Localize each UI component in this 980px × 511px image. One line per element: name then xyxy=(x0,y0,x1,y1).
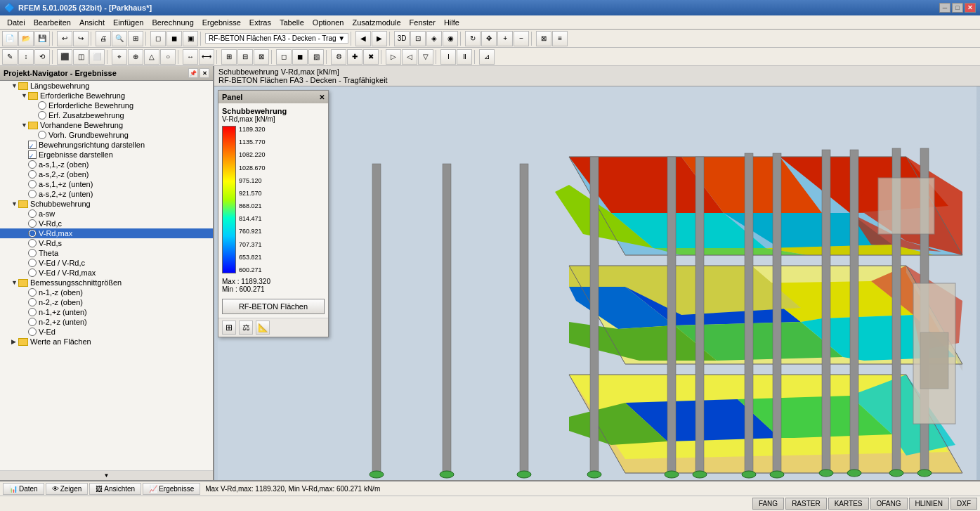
3d-view-canvas[interactable]: Panel ✕ Schubbewehrung V-Rd,max [kN/m] 1… xyxy=(214,86,980,480)
tb-rotate[interactable]: ↻ xyxy=(465,31,481,46)
nav-scroll-down[interactable]: ▼ xyxy=(0,470,213,480)
tb2-2[interactable]: ↕ xyxy=(18,49,34,65)
navigator-content[interactable]: ▼ Längsbewehrung ▼ Erforderliche Bewehru… xyxy=(0,81,213,470)
nav-item-ved-vrdmax[interactable]: V-Ed / V-Rd,max xyxy=(0,268,213,278)
daten-tab[interactable]: 📊 Daten xyxy=(3,483,44,495)
tb2-15[interactable]: ⊠ xyxy=(254,49,269,65)
tb2-22[interactable]: ▷ xyxy=(386,49,401,65)
ergebnisse-tab[interactable]: 📈 Ergebnisse xyxy=(143,483,200,495)
nav-item-ergebnisse-darstellen[interactable]: Ergebnisse darstellen xyxy=(0,150,213,160)
nav-item-bew-richtung[interactable]: Bewehrungsrichtung darstellen xyxy=(0,140,213,150)
panel-close-button[interactable]: ✕ xyxy=(319,93,325,101)
tb2-26[interactable]: Ⅱ xyxy=(457,49,472,65)
panel-grid-button[interactable]: ⊞ xyxy=(222,321,236,335)
tb2-9[interactable]: △ xyxy=(144,49,159,65)
tb2-10[interactable]: ○ xyxy=(160,49,176,65)
tb2-14[interactable]: ⊟ xyxy=(237,49,253,65)
tb-zoom-out[interactable]: − xyxy=(514,31,529,46)
nav-item-theta[interactable]: Theta xyxy=(0,248,213,258)
tb2-16[interactable]: ◻ xyxy=(276,49,292,65)
menu-optionen[interactable]: Optionen xyxy=(308,17,348,28)
menu-fenster[interactable]: Fenster xyxy=(405,17,440,28)
tb-3d[interactable]: 3D xyxy=(394,31,410,46)
tb2-17[interactable]: ◼ xyxy=(292,49,308,65)
tb2-12[interactable]: ⟷ xyxy=(199,49,214,65)
menu-hilfe[interactable]: Hilfe xyxy=(440,17,464,28)
tab-ofang[interactable]: OFANG xyxy=(870,498,908,510)
tb2-19[interactable]: ⚙ xyxy=(331,49,346,65)
nav-item-as1z-oben[interactable]: a-s,1,-z (oben) xyxy=(0,160,213,169)
tb-redo[interactable]: ↪ xyxy=(73,31,89,46)
nav-item-vorh-grund[interactable]: Vorh. Grundbewehrung xyxy=(0,130,213,140)
tb-render[interactable]: ◉ xyxy=(443,31,458,46)
tb2-4[interactable]: ⬛ xyxy=(57,49,72,65)
tb-pan[interactable]: ✥ xyxy=(481,31,497,46)
tb-nav-next[interactable]: ▶ xyxy=(372,31,387,46)
tab-dxf[interactable]: DXF xyxy=(950,498,977,510)
tb2-6[interactable]: ⬜ xyxy=(89,49,105,65)
nav-item-n2z-unten[interactable]: n-2,+z (unten) xyxy=(0,317,213,327)
nav-item-asw[interactable]: a-sw xyxy=(0,209,213,219)
nav-item-schub[interactable]: ▼ Schubbewehrung xyxy=(0,199,213,209)
tb2-13[interactable]: ⊞ xyxy=(221,49,237,65)
nav-item-as1z-unten[interactable]: a-s,1,+z (unten) xyxy=(0,179,213,189)
tb2-5[interactable]: ◫ xyxy=(73,49,89,65)
tab-hlinien[interactable]: HLINIEN xyxy=(909,498,949,510)
tb-undo[interactable]: ↩ xyxy=(57,31,72,46)
panel-header[interactable]: Panel ✕ xyxy=(218,91,328,103)
nav-item-n2z-oben[interactable]: n-2,-z (oben) xyxy=(0,297,213,307)
nav-item-vrdmax[interactable]: V-Rd,max xyxy=(0,228,213,238)
active-module-label[interactable]: RF-BETON Flächen FA3 - Decken - Trag ▼ xyxy=(205,33,348,44)
tb-nav-prev[interactable]: ◀ xyxy=(355,31,371,46)
nav-close-button[interactable]: ✕ xyxy=(200,68,209,78)
rf-beton-button[interactable]: RF-BETON Flächen xyxy=(222,299,325,314)
nav-item-ved-vrdc[interactable]: V-Ed / V-Rd,c xyxy=(0,258,213,268)
panel-export-button[interactable]: 📐 xyxy=(256,321,270,335)
tb2-25[interactable]: Ⅰ xyxy=(440,49,456,65)
close-button[interactable]: ✕ xyxy=(965,3,976,13)
navigator-resize-handle[interactable] xyxy=(210,66,213,480)
ansichten-tab[interactable]: 🖼 Ansichten xyxy=(89,483,141,495)
tb2-24[interactable]: ▽ xyxy=(418,49,433,65)
tb-save[interactable]: 💾 xyxy=(34,31,50,46)
nav-item-ved[interactable]: V-Ed xyxy=(0,327,213,337)
nav-item-as2z-oben[interactable]: a-s,2,-z (oben) xyxy=(0,169,213,179)
panel-scale-button[interactable]: ⚖ xyxy=(239,321,253,335)
menu-tabelle[interactable]: Tabelle xyxy=(275,17,308,28)
nav-item-vrds[interactable]: V-Rd,s xyxy=(0,238,213,248)
restore-button[interactable]: □ xyxy=(952,3,963,13)
tb-xray[interactable]: ⊠ xyxy=(536,31,551,46)
tb-wire[interactable]: ⊡ xyxy=(410,31,426,46)
tb2-23[interactable]: ◁ xyxy=(402,49,417,65)
tb-zoom[interactable]: 🔍 xyxy=(112,31,127,46)
menu-zusatzmodule[interactable]: Zusatzmodule xyxy=(348,17,405,28)
tb-view3[interactable]: ▣ xyxy=(183,31,198,46)
tb2-7[interactable]: ⌖ xyxy=(112,49,127,65)
nav-item-n1z-unten[interactable]: n-1,+z (unten) xyxy=(0,307,213,317)
nav-item-vrdc[interactable]: V-Rd,c xyxy=(0,219,213,228)
tb2-20[interactable]: ✚ xyxy=(347,49,362,65)
tb2-21[interactable]: ✖ xyxy=(363,49,379,65)
menu-datei[interactable]: Datei xyxy=(3,17,30,28)
tb-print[interactable]: 🖨 xyxy=(96,31,111,46)
tb-open[interactable]: 📂 xyxy=(18,31,34,46)
tab-kartes[interactable]: KARTES xyxy=(828,498,869,510)
nav-item-bemessung[interactable]: ▼ Bemessungsschnittgrößen xyxy=(0,278,213,287)
tb2-8[interactable]: ⊕ xyxy=(128,49,143,65)
tab-fang[interactable]: FANG xyxy=(752,498,784,510)
nav-item-laengsbewehrung[interactable]: ▼ Längsbewehrung xyxy=(0,81,213,91)
tb2-11[interactable]: ↔ xyxy=(183,49,198,65)
menu-berechnung[interactable]: Berechnung xyxy=(148,17,197,28)
tb2-filter[interactable]: ⊿ xyxy=(479,49,495,65)
menu-extras[interactable]: Extras xyxy=(245,17,275,28)
tb-select[interactable]: ⊞ xyxy=(128,31,143,46)
minimize-button[interactable]: ─ xyxy=(939,3,950,13)
tb2-1[interactable]: ✎ xyxy=(2,49,18,65)
tb-layer[interactable]: ≡ xyxy=(552,31,568,46)
nav-item-vorh-bew[interactable]: ▼ Vorhandene Bewehrung xyxy=(0,120,213,130)
nav-pin-button[interactable]: 📌 xyxy=(188,68,198,78)
tab-raster[interactable]: RASTER xyxy=(785,498,827,510)
menu-einfuegen[interactable]: Einfügen xyxy=(109,17,148,28)
nav-item-as2z-unten[interactable]: a-s,2,+z (unten) xyxy=(0,189,213,199)
tb2-3[interactable]: ⟲ xyxy=(34,49,50,65)
